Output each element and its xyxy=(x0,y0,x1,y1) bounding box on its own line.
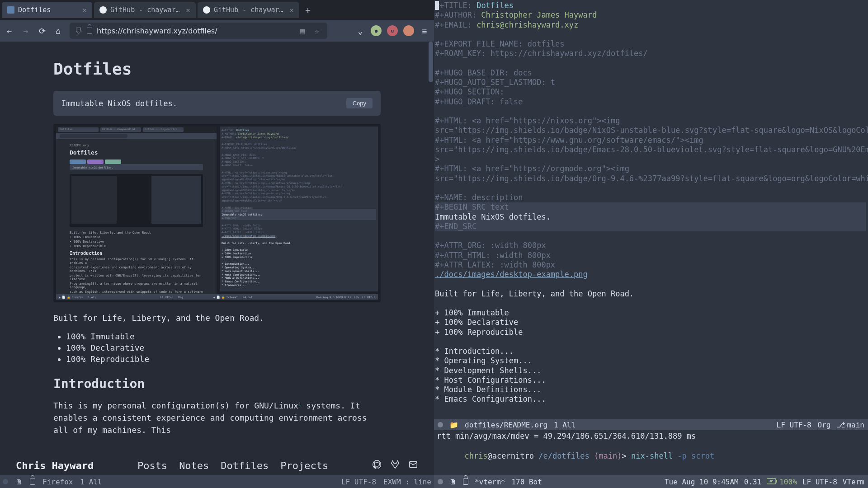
term-path: /e/dotfiles xyxy=(538,451,590,460)
branch-name: main xyxy=(847,421,864,429)
rtt-output: rtt min/avg/max/mdev = 49.294/186.651/36… xyxy=(437,432,696,441)
position: 1 All xyxy=(554,421,576,429)
extension-icons: ⌄ ● u ≡ xyxy=(355,25,429,36)
battery-icon xyxy=(767,478,778,486)
forward-icon[interactable]: → xyxy=(21,26,31,36)
buffer-name: *vterm* xyxy=(475,478,505,486)
encoding: LF UTF-8 xyxy=(802,478,837,486)
git-branch: ⎇ main xyxy=(837,421,864,429)
file-icon: 🗎 xyxy=(15,478,23,486)
scrollbar xyxy=(428,42,434,475)
encoding: LF UTF-8 xyxy=(777,421,811,429)
terminal-modeline: 🗎 *vterm* 170 Bot Tue Aug 10 9:45AM 0.31… xyxy=(434,475,868,488)
nav-posts[interactable]: Posts xyxy=(137,460,167,471)
page-title: Dotfiles xyxy=(53,60,381,78)
browser-nav-bar: ← → ⟳ ⌂ ⛉ https://chrishayward.xyz/dotfi… xyxy=(0,20,434,42)
browser-content[interactable]: Dotfiles Immutable NixOS dotfiles. Copy … xyxy=(0,42,434,475)
close-icon[interactable]: × xyxy=(289,6,294,14)
term-host: @acernitro xyxy=(488,451,534,460)
nav-projects[interactable]: Projects xyxy=(280,460,328,471)
modified-dot-icon xyxy=(3,479,8,484)
editor-modeline: 📁 dotfiles/README.org 1 All LF UTF-8 Org… xyxy=(434,419,868,430)
nav-notes[interactable]: Notes xyxy=(179,460,209,471)
bookmark-icon[interactable]: ☆ xyxy=(312,26,322,36)
terminal[interactable]: rtt min/avg/max/mdev = 49.294/186.651/36… xyxy=(434,430,868,475)
reload-icon[interactable]: ⟳ xyxy=(37,26,47,36)
modified-dot-icon xyxy=(438,422,443,427)
github-icon[interactable] xyxy=(372,460,382,472)
url-bar[interactable]: ⛉ https://chrishayward.xyz/dotfiles/ ▤ ☆ xyxy=(70,23,327,39)
tagline: Built for Life, Liberty, and the Open Ro… xyxy=(53,313,381,323)
intro-heading: Introduction xyxy=(53,376,381,391)
page-content: Dotfiles Immutable NixOS dotfiles. Copy … xyxy=(0,42,434,445)
intro-text-a: This is my personal configuration(s) for… xyxy=(53,401,298,410)
site-brand[interactable]: Chris Hayward xyxy=(16,460,94,471)
feature-list: 100% Immutable 100% Declarative 100% Rep… xyxy=(53,332,381,364)
term-user: chris xyxy=(464,451,487,460)
lock-icon xyxy=(463,477,468,487)
folder-icon: 📁 xyxy=(449,421,458,429)
buffer-name: Firefox xyxy=(42,478,73,486)
term-branch: (main) xyxy=(594,451,622,460)
site-social-icons xyxy=(372,460,418,472)
buffer-path: dotfiles/README.org xyxy=(465,421,547,429)
prompt-arrow: > xyxy=(622,451,626,460)
site-links: Posts Notes Dotfiles Projects xyxy=(137,460,328,471)
lock-icon xyxy=(87,26,92,36)
battery-pct: 100% xyxy=(779,478,797,486)
close-icon[interactable]: × xyxy=(82,6,87,14)
nav-dotfiles[interactable]: Dotfiles xyxy=(221,460,269,471)
tab-github-2[interactable]: GitHub - chayward1/dotf × xyxy=(198,2,299,18)
list-item: 100% Declarative xyxy=(66,343,381,352)
ublock-icon[interactable]: u xyxy=(387,25,398,36)
site-nav: Chris Hayward Posts Notes Dotfiles Proje… xyxy=(0,455,434,475)
tab-label: Dotfiles xyxy=(18,6,79,14)
svg-rect-0 xyxy=(410,461,417,467)
browser-tab-bar: Dotfiles × GitHub - chayward1/dotf × Git… xyxy=(0,0,434,20)
encoding: LF UTF-8 xyxy=(341,478,376,486)
new-tab-button[interactable]: + xyxy=(301,3,315,17)
left-pane: Dotfiles × GitHub - chayward1/dotf × Git… xyxy=(0,0,434,488)
email-icon[interactable] xyxy=(408,460,418,472)
favicon-icon xyxy=(7,6,14,14)
menu-icon[interactable]: ≡ xyxy=(420,26,429,36)
file-icon: 🗎 xyxy=(449,478,457,486)
github-icon xyxy=(99,6,107,14)
scrollbar-thumb[interactable] xyxy=(429,42,433,82)
extension-icon[interactable] xyxy=(403,25,414,36)
position: 170 Bot xyxy=(511,478,542,486)
major-mode: Org xyxy=(818,421,831,429)
gitlab-icon[interactable] xyxy=(390,460,400,472)
svg-rect-2 xyxy=(776,480,777,483)
github-icon xyxy=(203,6,210,14)
tab-github-1[interactable]: GitHub - chayward1/dotf × xyxy=(94,2,196,18)
shield-icon: ⛉ xyxy=(75,27,82,35)
home-icon[interactable]: ⌂ xyxy=(53,26,63,36)
left-modeline: 🗎 Firefox 1 All LF UTF-8 EXWM : line xyxy=(0,475,434,488)
term-arg: -p scrot xyxy=(677,451,714,460)
pocket-icon[interactable]: ⌄ xyxy=(355,26,365,36)
major-mode: EXWM : line xyxy=(383,478,431,486)
tab-dotfiles[interactable]: Dotfiles × xyxy=(2,2,92,18)
org-editor[interactable]: #+TITLE: Dotfiles#+AUTHOR: Christopher J… xyxy=(434,0,868,419)
modified-dot-icon xyxy=(438,479,443,484)
copy-button[interactable]: Copy xyxy=(346,98,373,108)
right-pane: #+TITLE: Dotfiles#+AUTHOR: Christopher J… xyxy=(434,0,868,488)
battery-indicator: 100% xyxy=(767,478,797,486)
list-item: 100% Reproducible xyxy=(66,354,381,364)
tab-label: GitHub - chayward1/dotf xyxy=(110,6,182,14)
load-avg: 0.31 xyxy=(744,478,762,486)
term-cmd: nix-shell xyxy=(631,451,673,460)
extension-badge[interactable]: ● xyxy=(371,25,382,36)
branch-icon: ⎇ xyxy=(837,421,845,429)
intro-paragraph: This is my personal configuration(s) for… xyxy=(53,399,381,436)
lock-icon xyxy=(30,477,35,487)
back-icon[interactable]: ← xyxy=(5,26,14,36)
close-icon[interactable]: × xyxy=(186,6,190,14)
major-mode: VTerm xyxy=(843,478,864,486)
reader-icon[interactable]: ▤ xyxy=(297,26,307,36)
position: 1 All xyxy=(80,478,102,486)
code-block: Immutable NixOS dotfiles. Copy xyxy=(53,91,381,116)
screenshot-image: DotfilesGitHub - chayward1/dGitHub - cha… xyxy=(53,124,381,302)
tab-label: GitHub - chayward1/dotf xyxy=(214,6,286,14)
